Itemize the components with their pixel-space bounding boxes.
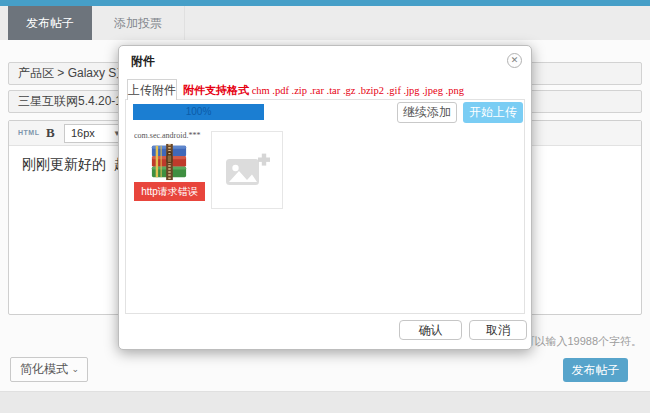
tab-publish-post[interactable]: 发布帖子 bbox=[8, 6, 92, 40]
bold-button[interactable]: B bbox=[46, 125, 55, 141]
attachment-dialog: 附件 ✕ 上传附件 附件支持格式 chm .pdf .zip .rar .tar… bbox=[118, 45, 532, 350]
add-image-button[interactable] bbox=[211, 131, 283, 209]
editor-mode-toggle[interactable]: 简化模式 ⌄ bbox=[10, 357, 88, 382]
add-image-icon bbox=[225, 152, 271, 190]
winrar-archive-icon bbox=[150, 143, 188, 184]
file-item[interactable]: com.sec.android.*** http请求错误 bbox=[134, 131, 205, 201]
upload-error-badge: http请求错误 bbox=[134, 182, 205, 201]
tab-add-poll[interactable]: 添加投票 bbox=[92, 6, 185, 40]
font-size-select[interactable]: 16px ▼ bbox=[64, 124, 126, 143]
font-size-value: 16px bbox=[71, 127, 95, 139]
file-name: com.sec.android.*** bbox=[134, 131, 205, 142]
dialog-title: 附件 bbox=[131, 53, 155, 70]
publish-post-button[interactable]: 发布帖子 bbox=[563, 358, 628, 382]
html-mode-button[interactable]: HTML bbox=[18, 129, 39, 136]
cancel-button[interactable]: 取消 bbox=[469, 320, 527, 340]
footer-strip bbox=[0, 391, 650, 413]
format-hint-label: 附件支持格式 bbox=[183, 84, 249, 96]
post-tab-bar: 发布帖子 添加投票 bbox=[0, 6, 650, 40]
close-icon[interactable]: ✕ bbox=[507, 53, 522, 68]
confirm-button[interactable]: 确认 bbox=[399, 320, 462, 340]
tab-upload-attachment[interactable]: 上传附件 bbox=[127, 79, 177, 100]
mode-toggle-label: 简化模式 bbox=[20, 362, 68, 376]
format-hint: 附件支持格式 chm .pdf .zip .rar .tar .gz .bzip… bbox=[183, 83, 464, 98]
attachment-list-panel: 100% 继续添加 开始上传 com.sec.android.*** bbox=[125, 99, 525, 314]
upload-progress-bar: 100% bbox=[133, 104, 264, 120]
start-upload-button[interactable]: 开始上传 bbox=[463, 102, 523, 123]
continue-add-button[interactable]: 继续添加 bbox=[397, 102, 457, 123]
format-hint-extensions: chm .pdf .zip .rar .tar .gz .bzip2 .gif … bbox=[249, 85, 464, 96]
chevron-down-icon: ⌄ bbox=[71, 358, 79, 381]
